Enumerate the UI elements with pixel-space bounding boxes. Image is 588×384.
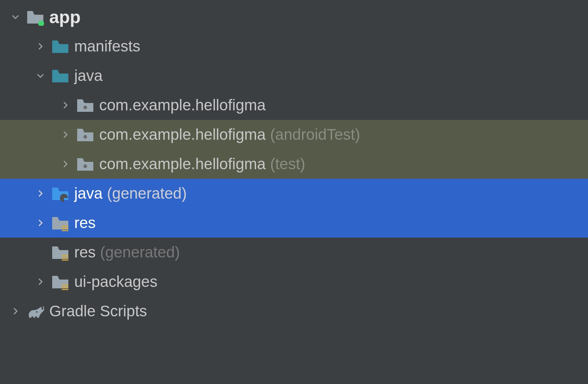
chevron-right-icon[interactable]: [57, 127, 74, 143]
folder-icon: [51, 38, 69, 55]
tree-item-label: manifests: [74, 38, 140, 55]
tree-item-java-generated[interactable]: java (generated): [0, 179, 588, 208]
package-folder-icon: [76, 155, 94, 173]
tree-item-label: com.example.hellofigma: [99, 126, 266, 143]
chevron-right-icon[interactable]: [32, 274, 49, 290]
chevron-right-icon[interactable]: [32, 215, 49, 231]
tree-item-ui-packages[interactable]: ui-packages: [0, 267, 588, 296]
tree-item-label: res: [74, 214, 96, 232]
chevron-right-icon[interactable]: [57, 156, 74, 172]
chevron-right-icon[interactable]: [7, 303, 24, 319]
generated-folder-icon: [51, 185, 69, 202]
svg-point-1: [83, 106, 87, 109]
tree-item-label: ui-packages: [74, 273, 157, 291]
tree-item-res[interactable]: res: [0, 208, 588, 238]
tree-item-suffix: (generated): [100, 243, 180, 261]
package-folder-icon: [76, 96, 94, 114]
chevron-right-icon[interactable]: [57, 97, 74, 113]
chevron-down-icon[interactable]: [7, 9, 24, 25]
svg-point-3: [83, 164, 87, 168]
tree-item-label: java: [74, 185, 103, 202]
tree-item-suffix: (generated): [107, 185, 187, 202]
tree-item-label: com.example.hellofigma: [99, 96, 266, 114]
tree-item-java[interactable]: java: [0, 61, 588, 90]
chevron-right-icon[interactable]: [32, 185, 49, 202]
tree-item-label: com.example.hellofigma: [99, 155, 266, 173]
resource-folder-icon: [51, 243, 69, 261]
tree-item-label: res: [74, 243, 96, 261]
tree-item-manifests[interactable]: manifests: [0, 32, 588, 61]
folder-icon: [51, 67, 69, 85]
module-folder-icon: [26, 8, 44, 26]
tree-item-label: Gradle Scripts: [49, 302, 147, 320]
tree-item-suffix: (test): [270, 155, 305, 173]
resource-folder-icon: [51, 273, 69, 291]
chevron-down-icon[interactable]: [32, 68, 49, 84]
tree-item-res-generated[interactable]: res (generated): [0, 238, 588, 267]
svg-point-2: [83, 135, 87, 139]
package-folder-icon: [76, 126, 94, 143]
gradle-icon: [26, 302, 44, 320]
tree-item-package-test[interactable]: com.example.hellofigma (test): [0, 149, 588, 179]
chevron-right-icon[interactable]: [32, 38, 49, 54]
tree-item-package-main[interactable]: com.example.hellofigma: [0, 90, 588, 120]
tree-item-gradle-scripts[interactable]: Gradle Scripts: [0, 296, 588, 326]
tree-item-suffix: (androidTest): [270, 126, 360, 143]
resource-folder-icon: [51, 214, 69, 232]
tree-item-app[interactable]: app: [0, 2, 588, 32]
tree-item-package-android-test[interactable]: com.example.hellofigma (androidTest): [0, 120, 588, 149]
tree-item-label: java: [74, 67, 103, 85]
tree-item-label: app: [49, 7, 80, 27]
